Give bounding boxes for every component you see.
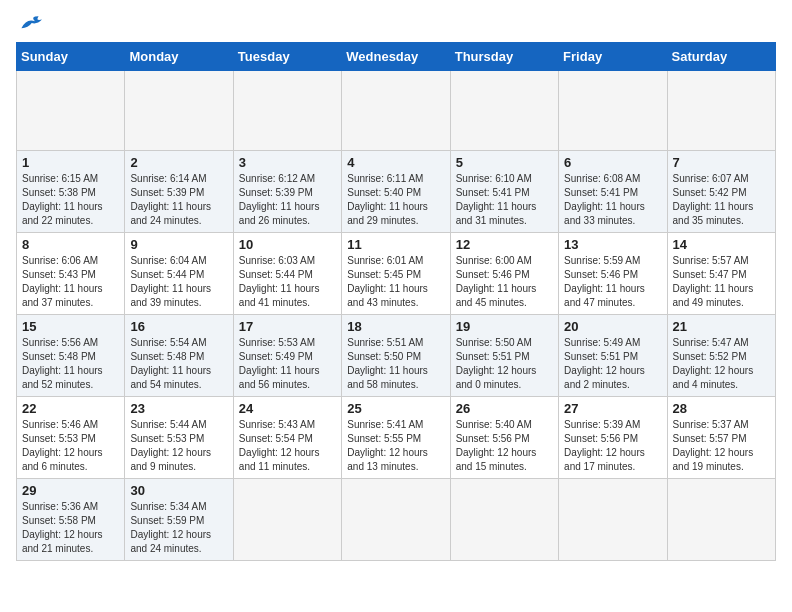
day-number: 20 xyxy=(564,319,661,334)
day-number: 18 xyxy=(347,319,444,334)
logo-bird-icon xyxy=(18,14,42,32)
calendar-cell: 19Sunrise: 5:50 AMSunset: 5:51 PMDayligh… xyxy=(450,315,558,397)
calendar-cell xyxy=(559,71,667,151)
calendar-cell: 29Sunrise: 5:36 AMSunset: 5:58 PMDayligh… xyxy=(17,479,125,561)
day-number: 14 xyxy=(673,237,770,252)
day-info: Sunrise: 6:00 AMSunset: 5:46 PMDaylight:… xyxy=(456,254,553,310)
calendar-cell: 26Sunrise: 5:40 AMSunset: 5:56 PMDayligh… xyxy=(450,397,558,479)
day-info: Sunrise: 6:07 AMSunset: 5:42 PMDaylight:… xyxy=(673,172,770,228)
calendar-cell xyxy=(559,479,667,561)
calendar-cell xyxy=(667,479,775,561)
day-number: 2 xyxy=(130,155,227,170)
calendar-week-row: 22Sunrise: 5:46 AMSunset: 5:53 PMDayligh… xyxy=(17,397,776,479)
calendar-cell xyxy=(233,71,341,151)
day-info: Sunrise: 5:47 AMSunset: 5:52 PMDaylight:… xyxy=(673,336,770,392)
day-number: 15 xyxy=(22,319,119,334)
day-info: Sunrise: 5:44 AMSunset: 5:53 PMDaylight:… xyxy=(130,418,227,474)
calendar-day-header: Monday xyxy=(125,43,233,71)
day-info: Sunrise: 5:56 AMSunset: 5:48 PMDaylight:… xyxy=(22,336,119,392)
calendar-cell: 8Sunrise: 6:06 AMSunset: 5:43 PMDaylight… xyxy=(17,233,125,315)
calendar-cell: 9Sunrise: 6:04 AMSunset: 5:44 PMDaylight… xyxy=(125,233,233,315)
calendar-cell xyxy=(450,71,558,151)
day-number: 7 xyxy=(673,155,770,170)
day-info: Sunrise: 5:40 AMSunset: 5:56 PMDaylight:… xyxy=(456,418,553,474)
day-number: 17 xyxy=(239,319,336,334)
calendar-cell xyxy=(450,479,558,561)
calendar-cell xyxy=(233,479,341,561)
calendar-day-header: Thursday xyxy=(450,43,558,71)
calendar-table: SundayMondayTuesdayWednesdayThursdayFrid… xyxy=(16,42,776,561)
calendar-cell: 24Sunrise: 5:43 AMSunset: 5:54 PMDayligh… xyxy=(233,397,341,479)
calendar-week-row: 15Sunrise: 5:56 AMSunset: 5:48 PMDayligh… xyxy=(17,315,776,397)
day-info: Sunrise: 5:57 AMSunset: 5:47 PMDaylight:… xyxy=(673,254,770,310)
day-number: 13 xyxy=(564,237,661,252)
calendar-cell xyxy=(342,71,450,151)
day-number: 4 xyxy=(347,155,444,170)
calendar-cell: 20Sunrise: 5:49 AMSunset: 5:51 PMDayligh… xyxy=(559,315,667,397)
day-info: Sunrise: 6:08 AMSunset: 5:41 PMDaylight:… xyxy=(564,172,661,228)
page-header xyxy=(16,16,776,34)
calendar-day-header: Sunday xyxy=(17,43,125,71)
day-info: Sunrise: 6:12 AMSunset: 5:39 PMDaylight:… xyxy=(239,172,336,228)
day-number: 9 xyxy=(130,237,227,252)
day-number: 8 xyxy=(22,237,119,252)
calendar-cell: 14Sunrise: 5:57 AMSunset: 5:47 PMDayligh… xyxy=(667,233,775,315)
calendar-day-header: Saturday xyxy=(667,43,775,71)
calendar-cell: 15Sunrise: 5:56 AMSunset: 5:48 PMDayligh… xyxy=(17,315,125,397)
calendar-cell: 18Sunrise: 5:51 AMSunset: 5:50 PMDayligh… xyxy=(342,315,450,397)
day-number: 26 xyxy=(456,401,553,416)
day-info: Sunrise: 5:53 AMSunset: 5:49 PMDaylight:… xyxy=(239,336,336,392)
calendar-cell: 28Sunrise: 5:37 AMSunset: 5:57 PMDayligh… xyxy=(667,397,775,479)
calendar-cell: 17Sunrise: 5:53 AMSunset: 5:49 PMDayligh… xyxy=(233,315,341,397)
day-number: 16 xyxy=(130,319,227,334)
day-number: 11 xyxy=(347,237,444,252)
day-info: Sunrise: 5:46 AMSunset: 5:53 PMDaylight:… xyxy=(22,418,119,474)
day-number: 3 xyxy=(239,155,336,170)
day-info: Sunrise: 5:54 AMSunset: 5:48 PMDaylight:… xyxy=(130,336,227,392)
calendar-cell: 7Sunrise: 6:07 AMSunset: 5:42 PMDaylight… xyxy=(667,151,775,233)
day-info: Sunrise: 5:37 AMSunset: 5:57 PMDaylight:… xyxy=(673,418,770,474)
day-info: Sunrise: 6:04 AMSunset: 5:44 PMDaylight:… xyxy=(130,254,227,310)
calendar-cell: 6Sunrise: 6:08 AMSunset: 5:41 PMDaylight… xyxy=(559,151,667,233)
day-info: Sunrise: 6:06 AMSunset: 5:43 PMDaylight:… xyxy=(22,254,119,310)
day-number: 25 xyxy=(347,401,444,416)
day-number: 19 xyxy=(456,319,553,334)
calendar-cell: 12Sunrise: 6:00 AMSunset: 5:46 PMDayligh… xyxy=(450,233,558,315)
day-number: 10 xyxy=(239,237,336,252)
calendar-cell: 10Sunrise: 6:03 AMSunset: 5:44 PMDayligh… xyxy=(233,233,341,315)
day-number: 1 xyxy=(22,155,119,170)
day-info: Sunrise: 6:14 AMSunset: 5:39 PMDaylight:… xyxy=(130,172,227,228)
day-info: Sunrise: 5:49 AMSunset: 5:51 PMDaylight:… xyxy=(564,336,661,392)
day-number: 29 xyxy=(22,483,119,498)
calendar-cell: 5Sunrise: 6:10 AMSunset: 5:41 PMDaylight… xyxy=(450,151,558,233)
day-info: Sunrise: 5:41 AMSunset: 5:55 PMDaylight:… xyxy=(347,418,444,474)
day-info: Sunrise: 6:03 AMSunset: 5:44 PMDaylight:… xyxy=(239,254,336,310)
day-info: Sunrise: 6:11 AMSunset: 5:40 PMDaylight:… xyxy=(347,172,444,228)
day-info: Sunrise: 5:34 AMSunset: 5:59 PMDaylight:… xyxy=(130,500,227,556)
calendar-day-header: Friday xyxy=(559,43,667,71)
day-info: Sunrise: 5:50 AMSunset: 5:51 PMDaylight:… xyxy=(456,336,553,392)
calendar-cell: 13Sunrise: 5:59 AMSunset: 5:46 PMDayligh… xyxy=(559,233,667,315)
calendar-cell: 11Sunrise: 6:01 AMSunset: 5:45 PMDayligh… xyxy=(342,233,450,315)
calendar-cell: 27Sunrise: 5:39 AMSunset: 5:56 PMDayligh… xyxy=(559,397,667,479)
calendar-cell: 21Sunrise: 5:47 AMSunset: 5:52 PMDayligh… xyxy=(667,315,775,397)
logo xyxy=(16,16,42,34)
calendar-cell: 22Sunrise: 5:46 AMSunset: 5:53 PMDayligh… xyxy=(17,397,125,479)
calendar-day-header: Wednesday xyxy=(342,43,450,71)
day-number: 23 xyxy=(130,401,227,416)
day-info: Sunrise: 5:43 AMSunset: 5:54 PMDaylight:… xyxy=(239,418,336,474)
calendar-cell xyxy=(667,71,775,151)
calendar-cell: 23Sunrise: 5:44 AMSunset: 5:53 PMDayligh… xyxy=(125,397,233,479)
calendar-cell xyxy=(125,71,233,151)
day-number: 6 xyxy=(564,155,661,170)
calendar-week-row: 1Sunrise: 6:15 AMSunset: 5:38 PMDaylight… xyxy=(17,151,776,233)
day-info: Sunrise: 6:10 AMSunset: 5:41 PMDaylight:… xyxy=(456,172,553,228)
calendar-cell: 30Sunrise: 5:34 AMSunset: 5:59 PMDayligh… xyxy=(125,479,233,561)
day-info: Sunrise: 5:59 AMSunset: 5:46 PMDaylight:… xyxy=(564,254,661,310)
calendar-day-header: Tuesday xyxy=(233,43,341,71)
day-info: Sunrise: 6:01 AMSunset: 5:45 PMDaylight:… xyxy=(347,254,444,310)
day-info: Sunrise: 6:15 AMSunset: 5:38 PMDaylight:… xyxy=(22,172,119,228)
day-number: 22 xyxy=(22,401,119,416)
calendar-week-row xyxy=(17,71,776,151)
day-info: Sunrise: 5:51 AMSunset: 5:50 PMDaylight:… xyxy=(347,336,444,392)
